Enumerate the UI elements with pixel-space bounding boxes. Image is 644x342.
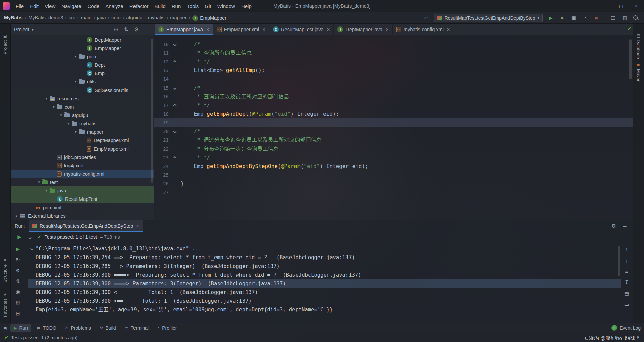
down-stacktrace-icon[interactable]: ↓	[623, 256, 631, 264]
collapse-all-icon[interactable]: ⊟	[14, 309, 22, 318]
build-tool-button[interactable]: ⚒Build	[96, 324, 119, 332]
print-icon[interactable]: ▤	[623, 289, 631, 297]
menu-git[interactable]: Git	[202, 2, 214, 10]
fold-marker-icon[interactable]	[169, 157, 181, 159]
expand-all-icon[interactable]: ⊞	[14, 299, 22, 307]
project-panel-title[interactable]: Project	[14, 27, 29, 32]
tree-item[interactable]: DeptMapper	[11, 36, 154, 44]
editor-tab[interactable]: EmpMapper.xml×	[213, 24, 270, 35]
fold-marker-icon[interactable]	[169, 130, 181, 133]
menu-refactor[interactable]: Refactor	[126, 2, 152, 10]
tree-item[interactable]: jdbc.properties	[11, 153, 154, 161]
close-tab-icon[interactable]: ×	[327, 26, 330, 32]
fold-marker-icon[interactable]	[169, 104, 181, 107]
menu-file[interactable]: File	[13, 2, 27, 10]
close-tab-icon[interactable]: ×	[206, 26, 209, 32]
tree-arrow-icon[interactable]: ▾	[72, 54, 79, 59]
run-tool-button[interactable]: ▶Run	[10, 324, 31, 332]
menu-build[interactable]: Build	[151, 2, 168, 10]
breadcrumb-item[interactable]: atguigu	[126, 15, 142, 20]
scroll-to-end-icon[interactable]: ↧	[623, 278, 631, 286]
menu-tools[interactable]: Tools	[184, 2, 202, 10]
up-stacktrace-icon[interactable]: ↑	[623, 245, 631, 253]
tree-item[interactable]: ▸External Libraries	[11, 212, 154, 220]
tool-strip-database[interactable]: ▤Database	[633, 33, 644, 59]
tree-arrow-icon[interactable]: ▾	[65, 121, 72, 126]
menu-help[interactable]: Help	[238, 2, 255, 10]
breadcrumb-item[interactable]: MyBatis	[4, 15, 23, 20]
tree-item[interactable]: ▾test	[11, 178, 154, 186]
locate-file-icon[interactable]: ⊕	[112, 25, 120, 34]
terminal-tool-button[interactable]: ▭Terminal	[121, 324, 152, 332]
sort-tests-icon[interactable]: ⇅	[14, 277, 22, 285]
tree-item[interactable]: Emp	[11, 69, 154, 77]
tree-item[interactable]: ▾com	[11, 103, 154, 111]
menu-window[interactable]: Window	[214, 2, 238, 10]
breadcrumb-item[interactable]: main	[81, 15, 91, 20]
project-tree[interactable]: DeptMapperEmpMapper▾pojoDeptEmp▾utilsSql…	[11, 35, 154, 220]
tree-item[interactable]: ▾mybatis	[11, 119, 154, 128]
tool-strip-favorites[interactable]: ★Favorites	[0, 292, 10, 317]
inspections-passed-icon[interactable]: ✔	[627, 26, 631, 32]
tree-arrow-icon[interactable]: ▾	[43, 188, 50, 193]
search-everywhere-icon[interactable]	[632, 14, 640, 22]
menu-code[interactable]: Code	[84, 2, 102, 10]
close-tab-icon[interactable]: ×	[447, 26, 450, 32]
clear-console-icon[interactable]: ▭	[623, 300, 631, 308]
tree-item[interactable]: EmpMapper.xml	[11, 145, 154, 153]
tree-arrow-icon[interactable]: ▸	[13, 214, 20, 218]
close-button[interactable]: ×	[629, 0, 644, 12]
editor-tab[interactable]: EmpMapper.java×	[155, 24, 213, 35]
coverage-button[interactable]: ▣	[570, 14, 578, 22]
breadcrumb-item[interactable]: mapper	[170, 15, 186, 20]
problems-tool-button[interactable]: ⚠Problems	[62, 324, 94, 332]
breadcrumb-item[interactable]: EmpMapper	[192, 15, 226, 21]
tree-arrow-icon[interactable]: ▾	[72, 130, 79, 134]
tree-arrow-icon[interactable]: ▾	[36, 180, 42, 184]
tree-item[interactable]: ▾utils	[11, 77, 154, 86]
todo-tool-button[interactable]: ▤TODO	[33, 324, 60, 332]
tree-item[interactable]: ResultMapTest	[11, 195, 154, 203]
profiler-button[interactable]: ◔	[581, 14, 589, 22]
run-tab[interactable]: ResultMapTest.testGetEmpAndDeptByStep ×	[29, 220, 143, 232]
menu-edit[interactable]: Edit	[27, 2, 42, 10]
chevron-down-icon[interactable]: ▾	[32, 27, 34, 32]
menu-navigate[interactable]: Navigate	[58, 2, 84, 10]
expand-collapse-icon[interactable]: ⇅	[122, 25, 130, 34]
tree-arrow-icon[interactable]: ▾	[50, 105, 57, 109]
tree-item[interactable]: ▾mapper	[11, 128, 154, 136]
tree-arrow-icon[interactable]: ▾	[58, 113, 64, 117]
tree-item[interactable]: ▾pojo	[11, 52, 154, 61]
rerun-failed-icon[interactable]: ↻	[14, 256, 22, 264]
debug-button[interactable]: ●	[558, 14, 566, 22]
tree-item[interactable]: ▾resources	[11, 94, 154, 103]
editor-tab[interactable]: DeptMapper.java×	[334, 24, 392, 35]
tool-strip-project[interactable]: ▣Project	[0, 34, 10, 54]
menu-view[interactable]: View	[42, 2, 58, 10]
project-structure-icon[interactable]: ▤	[609, 14, 617, 22]
menu-run[interactable]: Run	[169, 2, 184, 10]
skip-to-icon[interactable]: »	[26, 233, 34, 241]
console-scrollbar[interactable]	[618, 246, 620, 276]
status-message[interactable]: Tests passed: 1 (2 minutes ago)	[11, 335, 77, 340]
editor-tab[interactable]: ResultMapTest.java×	[269, 24, 334, 35]
fold-marker-icon[interactable]	[169, 61, 181, 63]
run-configuration-select[interactable]: ResultMapTest.testGetEmpAndDeptByStep ▾	[434, 14, 543, 22]
breadcrumb-item[interactable]: MyBatis_demo3	[28, 15, 63, 20]
run-button[interactable]: ▶	[547, 14, 555, 22]
tree-item[interactable]: DeptMapper.xml	[11, 136, 154, 145]
back-arrow-icon[interactable]: ↩	[422, 14, 430, 22]
close-tab-icon[interactable]: ×	[262, 26, 265, 32]
console-fold-icon[interactable]	[28, 244, 36, 253]
tree-item[interactable]: SqlSessionUtils	[11, 86, 154, 94]
tool-windows-icon[interactable]: ▣	[3, 326, 7, 330]
run-settings-icon[interactable]: ⚙	[610, 222, 618, 230]
soft-wrap-icon[interactable]: ≡	[623, 267, 631, 275]
editor-tab[interactable]: mybatis-config.xml×	[393, 24, 454, 35]
tool-strip-structure[interactable]: ≡Structure	[0, 258, 10, 283]
close-tab-icon[interactable]: ×	[386, 26, 389, 32]
menu-analyze[interactable]: Analyze	[102, 2, 126, 10]
settings-icon[interactable]: ⚙	[132, 25, 140, 34]
event-log-button[interactable]: 2 Event Log	[611, 325, 641, 331]
rerun-icon[interactable]: ▶	[14, 245, 22, 253]
